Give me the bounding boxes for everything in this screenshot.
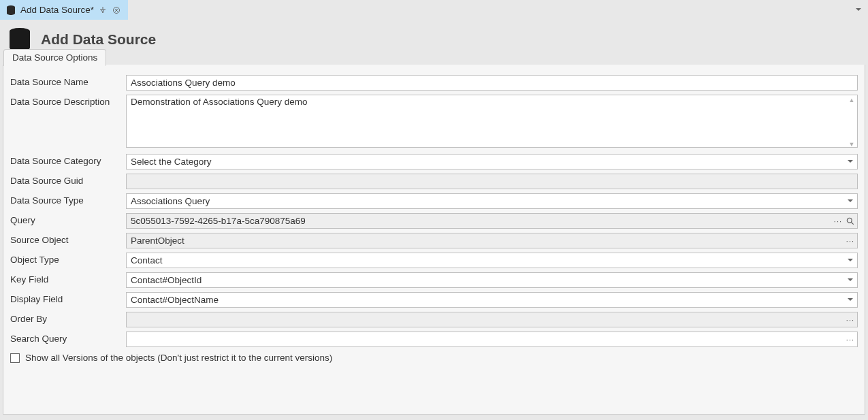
display-field-combo[interactable]: Contact#ObjectName (126, 292, 858, 308)
svg-point-3 (847, 218, 852, 223)
ellipsis-icon[interactable]: ··· (834, 217, 842, 225)
search-query-field[interactable]: ··· (126, 332, 858, 347)
ellipsis-icon[interactable]: ··· (846, 316, 854, 324)
source-object-value: ParentObject (131, 236, 846, 246)
key-field-combo[interactable]: Contact#ObjectId (126, 272, 858, 288)
type-combo-value: Associations Query (131, 196, 210, 206)
close-icon[interactable] (112, 5, 121, 15)
label-object-type: Object Type (10, 253, 126, 265)
type-combo[interactable]: Associations Query (126, 193, 858, 209)
chevron-down-icon (846, 158, 854, 166)
category-combo[interactable]: Select the Category (126, 154, 858, 169)
document-tab[interactable]: Add Data Source* (0, 0, 128, 20)
key-field-value: Contact#ObjectId (131, 275, 202, 285)
label-category: Data Source Category (10, 154, 126, 166)
label-guid: Data Source Guid (10, 174, 126, 186)
order-by-field[interactable]: ··· (126, 312, 858, 327)
label-description: Data Source Description (10, 95, 126, 107)
label-type: Data Source Type (10, 193, 126, 206)
object-type-combo[interactable]: Contact (126, 253, 858, 268)
chevron-down-icon (846, 257, 854, 265)
category-combo-value: Select the Category (131, 157, 212, 167)
svg-line-4 (851, 222, 853, 224)
chevron-down-icon (846, 296, 854, 304)
tabstrip-overflow-icon[interactable] (854, 6, 863, 14)
show-all-versions-checkbox[interactable] (10, 353, 20, 363)
guid-field (126, 174, 858, 189)
show-all-versions-label: Show all Versions of the objects (Don't … (25, 353, 332, 363)
query-field[interactable]: 5c055013-7592-4265-b17a-5ca790875a69 ··· (126, 213, 858, 229)
label-source-object: Source Object (10, 233, 126, 245)
label-name: Data Source Name (10, 75, 126, 87)
source-object-field[interactable]: ParentObject ··· (126, 233, 858, 248)
search-icon[interactable] (846, 217, 854, 225)
object-type-value: Contact (131, 255, 163, 265)
tab-data-source-options[interactable]: Data Source Options (3, 49, 106, 66)
page-title: Add Data Source (41, 31, 156, 48)
display-field-value: Contact#ObjectName (131, 295, 219, 305)
chevron-down-icon (846, 197, 854, 206)
query-value: 5c055013-7592-4265-b17a-5ca790875a69 (131, 216, 834, 226)
database-icon (5, 5, 16, 16)
label-order-by: Order By (10, 312, 126, 324)
label-display-field: Display Field (10, 292, 126, 304)
name-input[interactable] (126, 75, 858, 91)
ellipsis-icon[interactable]: ··· (846, 336, 854, 344)
description-textarea[interactable] (126, 95, 858, 148)
chevron-down-icon (846, 276, 854, 285)
form-panel: Data Source Options Data Source Name Dat… (3, 65, 865, 415)
document-tabstrip: Add Data Source* (0, 0, 868, 20)
label-key-field: Key Field (10, 272, 126, 285)
label-search-query: Search Query (10, 332, 126, 344)
ellipsis-icon[interactable]: ··· (846, 237, 854, 245)
pin-icon[interactable] (98, 5, 108, 15)
label-query: Query (10, 213, 126, 225)
form-tabbar: Data Source Options (3, 46, 865, 65)
document-tab-title: Add Data Source* (20, 5, 94, 15)
